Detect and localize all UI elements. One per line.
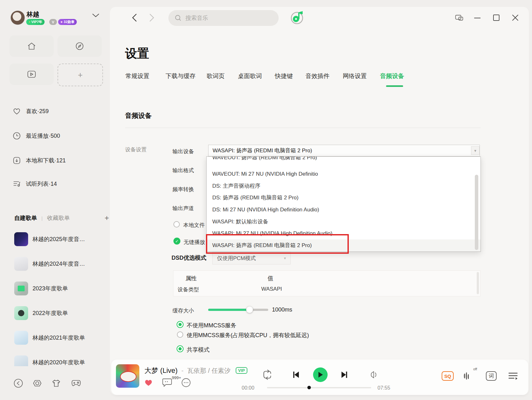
sound-effect-icon[interactable] [462,371,473,381]
dropdown-option[interactable]: WAVEOUT: Mi 27 NU (NVIDIA High Definitio [207,168,481,180]
highlight-annotation-rect [206,234,349,254]
video-button[interactable] [9,64,54,85]
vip-badge[interactable]: ⚡VIP7年 [26,19,45,25]
nav-back-button[interactable] [131,13,138,22]
loop-mode-icon[interactable] [261,369,272,380]
tab-audio-device[interactable]: 音频设备 [380,72,404,80]
quality-sq-button[interactable]: SQ [442,371,454,381]
discover-button[interactable] [57,35,102,57]
like-heart-icon[interactable] [144,378,153,387]
sidebar-item-recent[interactable]: 最近播放·500 [13,130,101,141]
page-title: 设置 [125,45,149,62]
caret-down-icon: ▼ [474,149,477,153]
tab-network[interactable]: 网络设置 [343,72,367,80]
song-artists[interactable]: 瓦依那 / 任素汐 [187,367,231,374]
minimize-button[interactable] [473,14,481,21]
tab-general[interactable]: 常规设置 [125,72,149,80]
output-device-label: 输出设备 [172,148,194,155]
next-track-button[interactable] [340,370,349,379]
list-item[interactable]: 林越的2024年度音… [14,257,104,271]
table-scrollbar[interactable] [477,272,479,294]
search-input[interactable] [185,15,268,22]
output-device-select[interactable]: WASAPI: 扬声器 (REDMI 电脑音箱 2 Pro) [208,145,480,156]
theme-shirt-icon[interactable] [51,378,61,388]
playlist-cover [14,331,28,345]
more-options-icon[interactable] [181,378,191,387]
local-file-radio[interactable] [173,221,180,227]
lightning-icon: ⚡ [28,20,31,24]
mmcss-off-radio[interactable] [177,321,184,328]
tab-collected-playlists[interactable]: 收藏歌单 [47,214,70,222]
caret-down-icon: ▼ [283,257,287,260]
user-name[interactable]: 林越 [27,10,39,19]
add-module-button[interactable]: + [57,64,103,86]
comment-icon[interactable] [162,377,173,388]
buffer-size-value: 1000ms [272,306,292,313]
chevron-down-icon[interactable] [92,13,100,18]
dropdown-scrollbar[interactable] [475,175,478,250]
list-item[interactable]: 林越的2025年度音… [14,232,104,246]
share-mode-radio[interactable] [177,345,184,352]
list-item[interactable]: 2022年度歌单 [14,306,104,320]
tab-lyric-page[interactable]: 歌词页 [207,72,225,80]
playlist-cover [14,282,28,295]
col-header-prop: 属性 [185,275,197,282]
settings-gear-icon[interactable] [32,378,42,388]
section-title: 音频设备 [125,111,152,120]
mini-player-button[interactable] [455,14,464,21]
avatar[interactable] [10,10,25,25]
mmcss-on-radio[interactable] [177,331,183,338]
dropdown-option[interactable]: WAVEOUT: 扬声器 (REDMI 电脑音箱 2 Pro) [207,156,481,164]
search-icon [175,15,182,21]
output-channel-label: 输出声道 [172,205,194,212]
gapless-checkbox[interactable]: ✓ [173,238,180,245]
dropdown-option[interactable]: DS: Mi 27 NU (NVIDIA High Definition Aud… [207,204,481,216]
playlist-cover [14,306,28,320]
maximize-button[interactable] [492,14,500,21]
previous-track-button[interactable] [292,370,300,379]
lyrics-button[interactable]: 词 [486,371,497,381]
sidebar-item-local-downloads[interactable]: 本地和下载·121 [13,155,101,166]
game-controller-icon[interactable] [71,378,82,388]
tab-separator: | [41,215,43,221]
home-button[interactable] [9,35,54,57]
active-tab-underline [386,85,403,87]
nav-forward-button[interactable] [148,13,155,22]
medal-badge[interactable]: ✹32勋章 [58,19,77,25]
progress-handle[interactable] [307,386,311,389]
progress-bar[interactable] [267,387,371,388]
tab-download-cache[interactable]: 下载与缓存 [166,72,196,80]
sidebar-item-trial-list[interactable]: 试听列表·14 [13,179,101,189]
share-mode-label: 共享模式 [187,346,209,354]
mmcss-on-label: 使用MMCSS服务(占用较高CPU，拥有较低延迟) [187,331,309,339]
dropdown-option[interactable]: DS: 主声音驱动程序 [207,180,481,192]
mmcss-off-label: 不使用MMCSS服务 [187,322,236,329]
dropdown-option[interactable]: DS: 扬声器 (REDMI 电脑音箱 2 Pro) [207,192,481,204]
album-art[interactable] [116,364,139,388]
buffer-slider-fill [208,309,250,311]
collapse-sidebar-button[interactable] [13,378,23,388]
add-playlist-button[interactable]: + [105,214,109,222]
sidebar-item-favorites[interactable]: 喜欢·259 [13,106,101,117]
home-icon [27,42,36,50]
search-bar[interactable] [168,10,279,26]
list-item[interactable]: 林越的2020年度歌单 [14,355,104,366]
play-queue-button[interactable] [508,372,518,381]
close-button[interactable] [511,14,519,21]
list-item[interactable]: 2023年度歌单 [14,282,104,295]
buffer-size-label: 缓存大小 [172,307,194,314]
play-button[interactable] [313,367,328,382]
buffer-slider-thumb[interactable] [246,306,253,313]
volume-icon[interactable] [370,370,379,379]
now-playing-title[interactable]: 大梦 (Live) - 瓦依那 / 任素汐 VIP [144,366,247,375]
tab-desktop-lyrics[interactable]: 桌面歌词 [238,72,262,80]
v-badge[interactable]: V [49,19,57,25]
dsd-mode-select[interactable]: 仅使用PCM模式 ▼ [212,252,291,264]
list-item[interactable]: 林越的2021年度歌单 [14,331,104,345]
tab-hotkeys[interactable]: 快捷键 [275,72,293,80]
tab-own-playlists[interactable]: 自建歌单 [14,214,37,222]
player-bar: 大梦 (Live) - 瓦依那 / 任素汐 VIP 999+ 00:00 07:… [111,360,528,395]
dropdown-option[interactable]: WASAPI: 默认输出设备 [207,216,481,228]
tab-sound-plugins[interactable]: 音效插件 [305,72,329,80]
combo-arrow-button[interactable]: ▼ [471,146,480,155]
